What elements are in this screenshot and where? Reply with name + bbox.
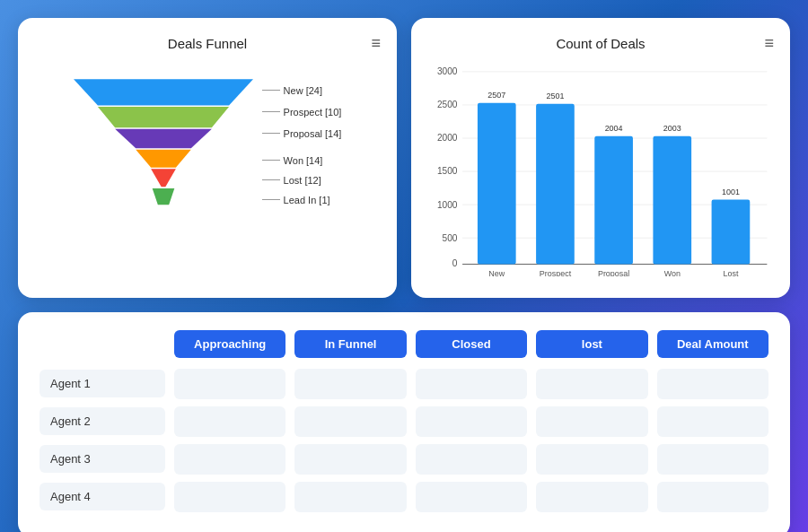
funnel-labels: New [24] Prospect [10] Proposal [14] Won… xyxy=(262,85,342,205)
svg-text:Won: Won xyxy=(664,269,681,276)
svg-rect-32 xyxy=(712,200,751,265)
svg-text:2500: 2500 xyxy=(437,100,458,109)
svg-text:500: 500 xyxy=(443,233,458,243)
agent-4-closed xyxy=(416,482,527,512)
svg-text:2000: 2000 xyxy=(437,133,458,143)
table-row: Agent 2 xyxy=(40,406,768,437)
funnel-svg-wrap xyxy=(74,60,253,230)
funnel-svg xyxy=(74,60,253,226)
main-container: Deals Funnel ≡ xyxy=(18,18,790,532)
svg-text:2507: 2507 xyxy=(487,91,505,100)
bar-chart-wrap: 3000 2500 2000 1500 1000 500 0 xyxy=(429,60,772,280)
agent-2-approaching xyxy=(174,406,285,437)
bar-card: Count of Deals ≡ 3000 2500 2000 1500 100… xyxy=(411,18,790,298)
svg-text:3000: 3000 xyxy=(437,66,458,76)
bar-chart-title: Count of Deals xyxy=(429,36,772,51)
funnel-card: Deals Funnel ≡ xyxy=(18,18,397,298)
agent-4-label: Agent 4 xyxy=(40,483,165,510)
svg-text:Lost: Lost xyxy=(723,269,738,276)
funnel-area: New [24] Prospect [10] Proposal [14] Won… xyxy=(36,60,379,230)
funnel-label-new: New [24] xyxy=(262,85,342,96)
table-row: Agent 1 xyxy=(40,369,768,399)
col-dealamount: Deal Amount xyxy=(657,330,768,358)
svg-rect-26 xyxy=(594,136,633,265)
agent-2-infunnel xyxy=(294,406,406,437)
svg-text:1000: 1000 xyxy=(437,200,458,210)
col-approaching: Approaching xyxy=(174,330,285,358)
svg-text:1001: 1001 xyxy=(722,188,740,196)
agent-3-dealamount xyxy=(657,444,768,475)
col-lost: lost xyxy=(536,330,647,358)
agent-2-lost xyxy=(536,406,647,437)
funnel-label-won: Won [14] xyxy=(262,155,342,166)
svg-marker-3 xyxy=(136,150,191,168)
svg-marker-2 xyxy=(115,129,212,149)
svg-marker-5 xyxy=(152,188,174,205)
agent-1-dealamount xyxy=(657,369,768,399)
agent-1-infunnel xyxy=(294,369,406,399)
funnel-menu-icon[interactable]: ≡ xyxy=(371,34,381,53)
table-row: Agent 4 xyxy=(40,482,768,512)
agent-3-label: Agent 3 xyxy=(40,445,165,473)
agent-4-infunnel xyxy=(294,482,406,512)
bar-chart-svg: 3000 2500 2000 1500 1000 500 0 xyxy=(429,65,772,276)
agent-4-lost xyxy=(536,482,647,512)
svg-marker-4 xyxy=(151,169,176,187)
agent-3-closed xyxy=(416,444,527,475)
agent-3-lost xyxy=(536,444,647,475)
funnel-title: Deals Funnel xyxy=(36,36,379,51)
col-infunnel: In Funnel xyxy=(294,330,406,358)
col-closed: Closed xyxy=(416,330,527,358)
agent-2-dealamount xyxy=(657,406,768,437)
funnel-label-lost: Lost [12] xyxy=(262,175,342,186)
funnel-label-prospect: Prospect [10] xyxy=(262,107,342,118)
agent-3-approaching xyxy=(174,444,285,475)
svg-text:Prospect: Prospect xyxy=(540,269,572,276)
svg-text:1500: 1500 xyxy=(437,166,458,176)
bar-menu-icon[interactable]: ≡ xyxy=(764,34,774,53)
funnel-label-leadin: Lead In [1] xyxy=(262,195,342,205)
top-row: Deals Funnel ≡ xyxy=(18,18,790,298)
agent-3-infunnel xyxy=(294,444,406,475)
svg-text:2004: 2004 xyxy=(605,124,623,133)
svg-text:2501: 2501 xyxy=(546,92,564,100)
svg-rect-29 xyxy=(653,136,691,265)
svg-text:2003: 2003 xyxy=(663,124,681,133)
svg-text:0: 0 xyxy=(452,258,458,268)
agent-1-approaching xyxy=(174,369,285,399)
svg-rect-23 xyxy=(536,104,575,265)
table-header-row: Approaching In Funnel Closed lost Deal A… xyxy=(40,330,768,358)
svg-rect-20 xyxy=(478,103,516,265)
agent-1-closed xyxy=(416,369,527,399)
bottom-card: Approaching In Funnel Closed lost Deal A… xyxy=(18,312,790,532)
agent-4-dealamount xyxy=(657,482,768,512)
agent-2-label: Agent 2 xyxy=(40,407,165,435)
agent-2-closed xyxy=(416,406,527,437)
agent-1-lost xyxy=(536,369,647,399)
table-header-empty xyxy=(40,330,165,358)
svg-marker-1 xyxy=(98,107,229,127)
svg-marker-0 xyxy=(74,79,253,105)
funnel-label-proposal: Proposal [14] xyxy=(262,128,342,139)
agent-1-label: Agent 1 xyxy=(40,370,165,397)
svg-text:Proposal: Proposal xyxy=(598,269,629,276)
svg-text:New: New xyxy=(488,269,505,276)
table-row: Agent 3 xyxy=(40,444,768,475)
agent-4-approaching xyxy=(174,482,285,512)
